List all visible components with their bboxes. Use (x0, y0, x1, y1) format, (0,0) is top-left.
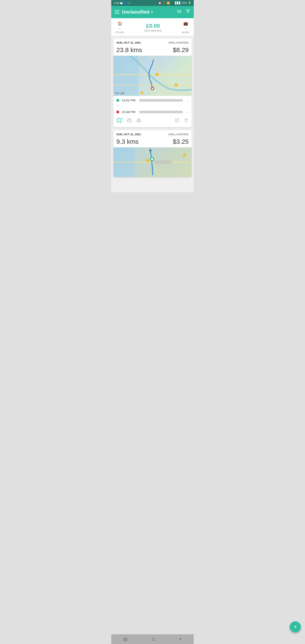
svg-rect-16 (141, 92, 143, 94)
summary-amount: £0.00 (146, 23, 160, 29)
top-bar-left: Unclassified ▼ (115, 9, 153, 15)
alarm-icon: ⏰ (158, 2, 161, 4)
svg-point-2 (177, 11, 178, 12)
svg-point-37 (151, 158, 153, 160)
nav-other[interactable]: 🏠 ← OTHER (115, 21, 124, 34)
trip-card-2: SUN, OCT 31, 2021 UNCLASSIFIED 9.3 kms $… (113, 130, 192, 177)
start-dot (116, 99, 119, 102)
title-dropdown-arrow[interactable]: ▼ (151, 10, 154, 14)
svg-point-23 (137, 121, 138, 122)
svg-rect-33 (146, 159, 149, 162)
content-area: SUN, OCT 31, 2021 UNCLASSIFIED 23.8 kms … (111, 36, 194, 192)
start-time: 10:02 PM (122, 98, 137, 102)
top-app-bar: Unclassified ▼ (111, 6, 194, 18)
summary-center: £0.00 2021 Work kms (144, 23, 162, 32)
status-time: 2:30 (114, 2, 119, 5)
trip-1-action-left (117, 118, 141, 124)
svg-rect-14 (156, 73, 159, 76)
battery-icon: 🔋 (188, 2, 191, 4)
nav-work-label: WORK (182, 31, 190, 34)
app-title-container: Unclassified ▼ (122, 9, 153, 15)
trip-card-1: SUN, OCT 31, 2021 UNCLASSIFIED 23.8 kms … (113, 38, 192, 127)
trip-1-date: SUN, OCT 31, 2021 (116, 41, 141, 44)
svg-point-13 (152, 88, 153, 89)
status-bar-left: 2:30 🏔 👤 \ • (114, 2, 130, 5)
summary-bar: 🏠 ← OTHER £0.00 2021 Work kms 💼 → WORK (111, 18, 194, 36)
trip-1-waypoints: 10:02 PM ... 10:48 PM ... (113, 96, 192, 116)
filter-icon[interactable] (186, 9, 190, 15)
trip-2-stats: 9.3 kms $3.25 (113, 138, 192, 147)
waypoint-start: 10:02 PM ... (116, 98, 189, 102)
delete-action-icon[interactable] (184, 118, 188, 124)
svg-rect-38 (155, 160, 172, 164)
end-time: 10:48 PM (122, 110, 137, 114)
trip-2-status: UNCLASSIFIED (168, 133, 189, 136)
svg-point-24 (139, 121, 140, 122)
app-title: Unclassified (122, 9, 149, 15)
trip-1-actions (113, 116, 192, 127)
google-logo-1: Google (115, 92, 125, 95)
trip-1-cost: $8.29 (173, 46, 189, 54)
svg-rect-3 (179, 11, 181, 12)
status-bar: 2:30 🏔 👤 \ • ⏰ 📍 📶 📞 ▋▋▋ 51% 🔋 (111, 0, 194, 6)
svg-point-4 (177, 12, 178, 13)
end-dot (116, 110, 119, 114)
status-bar-right: ⏰ 📍 📶 📞 ▋▋▋ 51% 🔋 (158, 2, 191, 4)
trip-1-kms: 23.8 kms (116, 46, 142, 54)
trip-1-stats: 23.8 kms $8.29 (113, 46, 192, 56)
note-action-icon[interactable] (175, 118, 179, 124)
list-view-icon[interactable] (177, 9, 182, 15)
home-icon: 🏠 (118, 21, 122, 26)
business-action-icon[interactable] (127, 118, 132, 124)
hamburger-menu-button[interactable] (115, 10, 119, 14)
trip-2-kms: 9.3 kms (116, 138, 139, 145)
trip-2-cost: $3.25 (173, 138, 189, 145)
summary-subtitle: 2021 Work kms (144, 29, 162, 32)
start-address-blur (139, 99, 183, 102)
nav-other-label: OTHER (115, 31, 124, 34)
phone-icon: 📞 (171, 2, 174, 4)
nav-work[interactable]: 💼 → WORK (182, 21, 190, 34)
top-bar-right (177, 9, 190, 15)
status-icons: 🏔 👤 \ • (120, 2, 130, 5)
trip-2-map[interactable] (113, 147, 192, 177)
trip-card-1-header: SUN, OCT 31, 2021 UNCLASSIFIED (113, 38, 192, 46)
svg-rect-1 (179, 10, 181, 10)
waypoint-end: 10:48 PM ... (116, 110, 189, 114)
svg-marker-17 (117, 118, 122, 122)
signal-icon: ▋▋▋ (175, 2, 181, 4)
svg-rect-34 (183, 154, 186, 157)
trip-1-map[interactable]: Google (113, 56, 192, 96)
car-action-icon[interactable] (136, 118, 141, 124)
wifi-icon: 📶 (167, 2, 170, 4)
map-action-icon[interactable] (117, 118, 122, 124)
briefcase-icon: 💼 (183, 21, 188, 26)
end-address-blur (139, 111, 183, 113)
trip-1-action-right (175, 118, 188, 124)
svg-point-0 (177, 10, 178, 11)
svg-rect-15 (175, 84, 178, 86)
trip-2-date: SUN, OCT 31, 2021 (116, 133, 141, 136)
trip-card-2-header: SUN, OCT 31, 2021 UNCLASSIFIED (113, 130, 192, 138)
svg-rect-6 (113, 56, 139, 96)
location-icon: 📍 (162, 2, 166, 4)
battery-pct: 51% (182, 2, 187, 4)
trip-1-status: UNCLASSIFIED (168, 41, 189, 44)
svg-rect-5 (179, 12, 181, 13)
